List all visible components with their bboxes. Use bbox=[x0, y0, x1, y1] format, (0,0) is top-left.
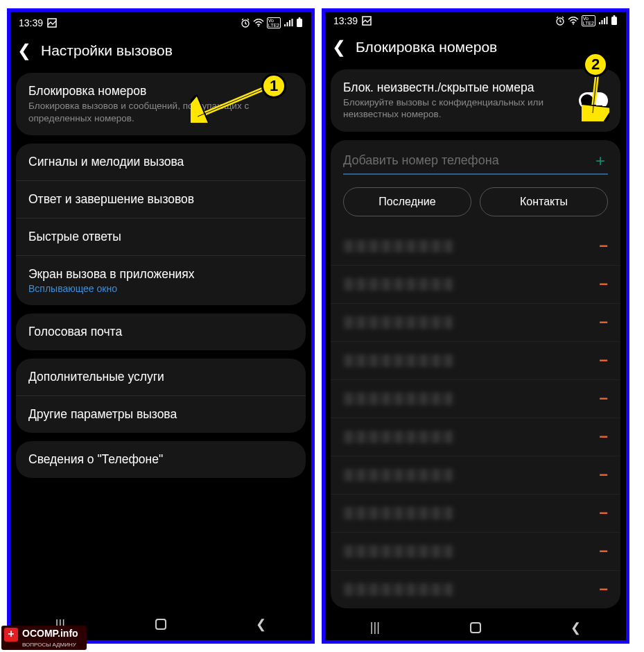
blocked-number-blurred bbox=[343, 545, 454, 558]
svg-point-2 bbox=[258, 25, 259, 26]
remove-number-button[interactable]: − bbox=[599, 237, 608, 255]
volte-icon: VoLTE2 bbox=[582, 15, 595, 26]
watermark-plus-icon: + bbox=[4, 628, 18, 642]
card-extras: Дополнительные услуги Другие параметры в… bbox=[16, 359, 306, 433]
blocked-number-row: − bbox=[331, 495, 620, 533]
item-voicemail[interactable]: Голосовая почта bbox=[16, 314, 306, 350]
signal-icon bbox=[598, 17, 608, 25]
remove-number-button[interactable]: − bbox=[599, 581, 608, 599]
phone-left: 13:39 VoLTE2 ❮ Настройки вызовов Блокиро… bbox=[7, 8, 315, 644]
svg-rect-11 bbox=[613, 15, 616, 17]
remove-number-button[interactable]: − bbox=[599, 390, 608, 408]
card-voicemail: Голосовая почта bbox=[16, 314, 306, 350]
contacts-button[interactable]: Контакты bbox=[480, 187, 608, 216]
blocked-number-row: − bbox=[331, 380, 620, 418]
item-extra-services[interactable]: Дополнительные услуги bbox=[16, 359, 306, 396]
navbar: ||| ❮ bbox=[325, 615, 626, 640]
annotation-arrow-1 bbox=[191, 85, 274, 123]
add-number-input[interactable]: Добавить номер телефона + bbox=[343, 151, 608, 175]
blocked-number-row: − bbox=[331, 266, 620, 304]
add-number-button[interactable]: + bbox=[593, 151, 608, 171]
svg-point-9 bbox=[573, 23, 574, 24]
svg-rect-10 bbox=[611, 17, 617, 25]
blocked-number-blurred bbox=[343, 316, 454, 329]
blocked-number-row: − bbox=[331, 533, 620, 571]
svg-rect-7 bbox=[363, 17, 371, 25]
blocked-number-blurred bbox=[343, 354, 454, 367]
blocked-number-list: −−−−−−−−−− bbox=[331, 228, 620, 608]
remove-number-button[interactable]: − bbox=[599, 275, 608, 293]
page-title: Настройки вызовов bbox=[41, 42, 173, 59]
status-bar: 13:39 VoLTE2 bbox=[10, 12, 311, 31]
nav-back[interactable]: ❮ bbox=[256, 617, 266, 632]
status-bar: 13:39 VoLTE2 bbox=[325, 12, 626, 28]
page-title: Блокировка номеров bbox=[356, 39, 497, 55]
remove-number-button[interactable]: − bbox=[599, 504, 608, 522]
battery-icon bbox=[611, 15, 618, 26]
remove-number-button[interactable]: − bbox=[599, 466, 608, 484]
item-ringtones[interactable]: Сигналы и мелодии вызова bbox=[16, 144, 306, 181]
card-toggle: Блок. неизвестн./скрытые номера Блокируй… bbox=[331, 69, 620, 132]
signal-icon bbox=[284, 19, 293, 27]
nav-home[interactable] bbox=[155, 619, 166, 630]
item-answer-end[interactable]: Ответ и завершение вызовов bbox=[16, 181, 306, 218]
nav-recent[interactable]: ||| bbox=[370, 620, 380, 635]
blocked-number-blurred bbox=[343, 240, 454, 252]
card-calls: Сигналы и мелодии вызова Ответ и заверше… bbox=[16, 144, 306, 305]
wifi-icon bbox=[568, 17, 579, 25]
blocked-number-blurred bbox=[343, 393, 454, 405]
blocked-number-row: − bbox=[331, 418, 620, 456]
remove-number-button[interactable]: − bbox=[599, 542, 608, 560]
item-other-params[interactable]: Другие параметры вызова bbox=[16, 396, 306, 433]
blocked-number-row: − bbox=[331, 304, 620, 342]
volte-icon: VoLTE2 bbox=[267, 17, 281, 28]
status-time: 13:39 bbox=[333, 15, 358, 26]
blocked-number-row: − bbox=[331, 456, 620, 495]
item-block-unknown[interactable]: Блок. неизвестн./скрытые номера Блокируй… bbox=[331, 69, 620, 132]
blocked-number-blurred bbox=[343, 431, 454, 443]
header: ❮ Блокировка номеров bbox=[325, 28, 626, 69]
blocked-number-blurred bbox=[343, 278, 454, 291]
nav-back[interactable]: ❮ bbox=[571, 620, 581, 635]
svg-line-6 bbox=[198, 87, 267, 117]
remove-number-button[interactable]: − bbox=[599, 314, 608, 332]
back-button[interactable]: ❮ bbox=[17, 41, 31, 60]
annotation-badge-2: 2 bbox=[583, 52, 608, 77]
add-number-placeholder: Добавить номер телефона bbox=[343, 153, 593, 168]
screenshot-icon bbox=[47, 18, 57, 28]
blocked-number-row: − bbox=[331, 342, 620, 380]
wifi-icon bbox=[253, 19, 264, 27]
status-icons: VoLTE2 bbox=[555, 15, 618, 26]
card-about: Сведения о "Телефоне" bbox=[16, 441, 306, 478]
back-button[interactable]: ❮ bbox=[332, 37, 346, 57]
item-about[interactable]: Сведения о "Телефоне" bbox=[16, 441, 306, 478]
blocked-number-row: − bbox=[331, 228, 620, 266]
svg-rect-4 bbox=[299, 17, 301, 19]
nav-home[interactable] bbox=[470, 622, 481, 633]
remove-number-button[interactable]: − bbox=[599, 352, 608, 370]
blocked-number-row: − bbox=[331, 571, 620, 608]
blocked-number-blurred bbox=[343, 469, 454, 481]
svg-rect-0 bbox=[48, 19, 56, 27]
remove-number-button[interactable]: − bbox=[599, 428, 608, 446]
svg-rect-3 bbox=[297, 19, 302, 27]
header: ❮ Настройки вызовов bbox=[10, 31, 311, 73]
card-numbers: Добавить номер телефона + Последние Конт… bbox=[331, 140, 620, 608]
item-call-screen[interactable]: Экран вызова в приложениях Всплывающее о… bbox=[16, 256, 306, 305]
phone-right: 13:39 VoLTE2 ❮ Блокировка номеров Блок. … bbox=[322, 8, 629, 644]
watermark: + OCOMP.info ВОПРОСЫ АДМИНУ bbox=[1, 626, 87, 650]
blocked-number-blurred bbox=[343, 507, 454, 520]
recent-button[interactable]: Последние bbox=[343, 187, 471, 216]
battery-icon bbox=[296, 17, 303, 28]
annotation-arrow-2 bbox=[582, 73, 609, 121]
annotation-badge-1: 1 bbox=[261, 74, 286, 98]
item-quick-reply[interactable]: Быстрые ответы bbox=[16, 218, 306, 256]
alarm-icon bbox=[241, 18, 250, 28]
blocked-number-blurred bbox=[343, 583, 454, 596]
screenshot-icon bbox=[362, 16, 372, 26]
status-icons: VoLTE2 bbox=[241, 17, 303, 28]
status-time: 13:39 bbox=[19, 17, 43, 28]
alarm-icon bbox=[555, 16, 565, 26]
